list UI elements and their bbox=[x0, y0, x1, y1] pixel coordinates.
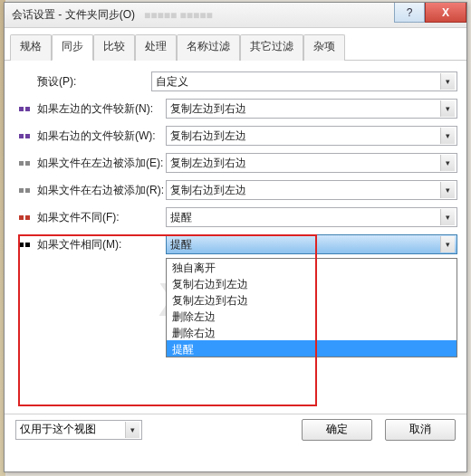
row-select-0[interactable]: 复制左边到右边▾ bbox=[166, 99, 457, 119]
row-label: 如果左边的文件较新(N): bbox=[34, 101, 166, 117]
row-label: 如果文件在左边被添加(E): bbox=[34, 156, 166, 171]
row-select-2[interactable]: 复制左边到右边▾ bbox=[166, 153, 457, 173]
row-marker bbox=[19, 107, 34, 111]
tab-bar: 规格同步比较处理名称过滤其它过滤杂项 bbox=[5, 28, 466, 61]
preset-row: 预设(P): 自定义 ▾ bbox=[19, 68, 457, 95]
tab-6[interactable]: 杂项 bbox=[303, 34, 345, 61]
row-label: 如果右边的文件较新(W): bbox=[34, 129, 166, 144]
row-select-4[interactable]: 提醒▾ bbox=[166, 207, 457, 227]
row-marker bbox=[19, 243, 34, 247]
row-select-value: 复制右边到左边 bbox=[170, 129, 246, 144]
scope-select[interactable]: 仅用于这个视图 ▾ bbox=[15, 420, 142, 440]
chevron-down-icon: ▾ bbox=[440, 209, 455, 225]
dropdown-item-2[interactable]: 复制左边到右边 bbox=[167, 291, 457, 308]
row-select-5[interactable]: 提醒▾ bbox=[166, 234, 457, 254]
tab-0[interactable]: 规格 bbox=[10, 34, 52, 61]
dropdown-item-5[interactable]: 提醒 bbox=[167, 340, 457, 357]
chevron-down-icon: ▾ bbox=[440, 236, 455, 252]
row-select-1[interactable]: 复制右边到左边▾ bbox=[166, 126, 457, 146]
tab-4[interactable]: 名称过滤 bbox=[177, 34, 240, 61]
row-label: 如果文件在右边被添加(R): bbox=[34, 183, 166, 198]
ok-button[interactable]: 确定 bbox=[302, 419, 372, 441]
dropdown-item-3[interactable]: 删除左边 bbox=[167, 308, 457, 324]
row-marker bbox=[19, 134, 34, 138]
dialog-footer: 仅用于这个视图 ▾ 确定 取消 bbox=[5, 414, 466, 444]
setting-row-1: 如果右边的文件较新(W):复制右边到左边▾ bbox=[19, 122, 457, 149]
ok-label: 确定 bbox=[326, 422, 348, 437]
preset-value: 自定义 bbox=[156, 74, 188, 90]
row-select-value: 复制左边到右边 bbox=[170, 101, 246, 117]
window-title: 会话设置 - 文件夹同步(O) bbox=[12, 7, 135, 23]
setting-row-3: 如果文件在右边被添加(R):复制右边到左边▾ bbox=[19, 176, 457, 204]
row-marker bbox=[19, 161, 34, 166]
chevron-down-icon: ▾ bbox=[440, 182, 455, 198]
chevron-down-icon: ▾ bbox=[440, 128, 455, 144]
setting-row-0: 如果左边的文件较新(N):复制左边到右边▾ bbox=[19, 95, 457, 122]
dialog-body: 预设(P): 自定义 ▾ 如果左边的文件较新(N):复制左边到右边▾如果右边的文… bbox=[5, 61, 466, 441]
cancel-button[interactable]: 取消 bbox=[385, 419, 456, 441]
same-file-dropdown-list[interactable]: 独自离开复制右边到左边复制左边到右边删除左边删除右边提醒 bbox=[166, 258, 457, 357]
chevron-down-icon: ▾ bbox=[125, 422, 139, 438]
tab-5[interactable]: 其它过滤 bbox=[240, 34, 303, 61]
preset-select[interactable]: 自定义 ▾ bbox=[151, 71, 457, 91]
titlebar-blur-text: ■■■■■ ■■■■■ bbox=[144, 9, 213, 22]
row-marker bbox=[19, 215, 34, 220]
row-select-value: 提醒 bbox=[170, 210, 192, 225]
tab-2[interactable]: 比较 bbox=[93, 34, 135, 61]
preset-label: 预设(P): bbox=[34, 74, 151, 90]
tab-1[interactable]: 同步 bbox=[52, 34, 93, 61]
dropdown-item-1[interactable]: 复制右边到左边 bbox=[167, 275, 457, 291]
row-label: 如果文件相同(M): bbox=[34, 237, 166, 252]
row-select-3[interactable]: 复制右边到左边▾ bbox=[166, 180, 457, 200]
close-button[interactable]: X bbox=[425, 3, 466, 23]
row-select-value: 复制左边到右边 bbox=[170, 156, 246, 171]
dropdown-item-0[interactable]: 独自离开 bbox=[167, 259, 457, 275]
setting-row-5: 如果文件相同(M):提醒▾ bbox=[19, 231, 457, 258]
close-icon: X bbox=[442, 6, 449, 19]
tab-3[interactable]: 处理 bbox=[135, 34, 177, 61]
dropdown-item-4[interactable]: 删除右边 bbox=[167, 324, 457, 340]
setting-row-4: 如果文件不同(F):提醒▾ bbox=[19, 204, 457, 231]
titlebar[interactable]: 会话设置 - 文件夹同步(O) ■■■■■ ■■■■■ ? X bbox=[5, 3, 466, 28]
chevron-down-icon: ▾ bbox=[440, 155, 455, 171]
chevron-down-icon: ▾ bbox=[440, 100, 455, 117]
row-select-value: 提醒 bbox=[170, 237, 192, 252]
row-select-value: 复制右边到左边 bbox=[170, 183, 246, 198]
row-label: 如果文件不同(F): bbox=[34, 210, 166, 225]
chevron-down-icon: ▾ bbox=[440, 73, 455, 90]
help-button[interactable]: ? bbox=[394, 3, 425, 23]
scope-value: 仅用于这个视图 bbox=[20, 422, 96, 437]
dialog-window: 会话设置 - 文件夹同步(O) ■■■■■ ■■■■■ ? X 规格同步比较处理… bbox=[4, 2, 467, 472]
setting-row-2: 如果文件在左边被添加(E):复制左边到右边▾ bbox=[19, 149, 457, 176]
row-marker bbox=[19, 188, 34, 193]
help-icon: ? bbox=[407, 6, 413, 19]
cancel-label: 取消 bbox=[409, 422, 431, 437]
